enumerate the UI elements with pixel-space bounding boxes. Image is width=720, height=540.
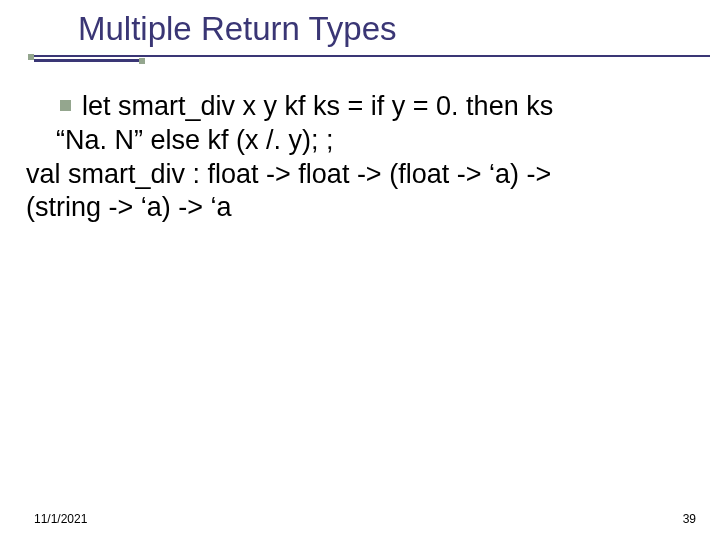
accent-square-icon	[28, 54, 34, 60]
body-line-1: let smart_div x y kf ks = if y = 0. then…	[82, 91, 553, 121]
underline-long	[34, 55, 710, 57]
slide: Multiple Return Types let smart_div x y …	[0, 0, 720, 540]
slide-body: let smart_div x y kf ks = if y = 0. then…	[26, 90, 710, 225]
slide-title: Multiple Return Types	[78, 10, 720, 48]
bullet-icon	[60, 100, 71, 111]
footer: 11/1/2021 39	[34, 512, 696, 526]
title-underline	[0, 55, 720, 75]
footer-date: 11/1/2021	[34, 512, 87, 526]
body-line-4: (string -> ‘a) -> ‘a	[26, 192, 232, 222]
body-line-2: “Na. N” else kf (x /. y); ;	[56, 125, 334, 155]
title-area: Multiple Return Types	[0, 0, 720, 48]
body-line-3: val smart_div : float -> float -> (float…	[26, 159, 551, 189]
accent-square-icon	[139, 58, 145, 64]
footer-page-number: 39	[683, 512, 696, 526]
underline-short	[34, 59, 141, 62]
